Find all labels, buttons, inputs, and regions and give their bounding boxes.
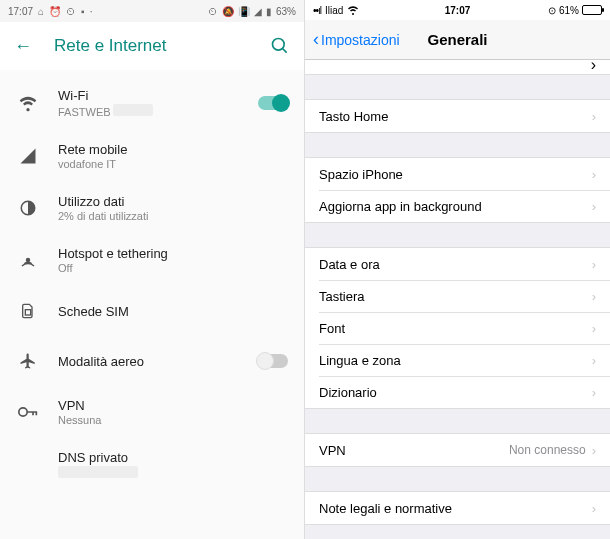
row-label: Lingua e zona (319, 353, 401, 368)
chevron-right-icon: › (592, 167, 596, 182)
android-header: ← Rete e Internet (0, 22, 304, 70)
airplane-icon (16, 352, 40, 370)
ios-nav-bar: ‹ Impostazioni Generali (305, 20, 610, 60)
item-title: DNS privato (58, 450, 288, 465)
alarm-icon: ⏲ (66, 6, 76, 17)
signal-icon: ◢ (254, 6, 262, 17)
home-icon: ⌂ (38, 6, 44, 17)
wifi-icon (16, 93, 40, 113)
more-icon: · (90, 6, 93, 17)
svg-line-1 (283, 49, 287, 53)
chevron-right-icon: › (592, 501, 596, 516)
item-subtitle: vodafone IT (58, 158, 288, 170)
row-label: Spazio iPhone (319, 167, 403, 182)
item-title: Utilizzo dati (58, 194, 288, 209)
svg-point-3 (27, 259, 30, 262)
chevron-right-icon: › (592, 109, 596, 124)
item-title: Wi-Fi (58, 88, 258, 103)
android-screen: 17:07 ⌂ ⏰ ⏲ ▪ · ⏲ 🔕 📳 ◢ ▮ 63% ← Rete e I… (0, 0, 305, 539)
item-hotspot[interactable]: Hotspot e tethering Off (0, 234, 304, 286)
row-label: Font (319, 321, 345, 336)
chevron-right-icon: › (592, 443, 596, 458)
item-subtitle: Nessuna (58, 414, 288, 426)
item-subtitle: Off (58, 262, 288, 274)
wifi-toggle[interactable] (258, 96, 288, 110)
square-icon: ▪ (81, 6, 85, 17)
row-label: Note legali e normative (319, 501, 452, 516)
row-dizionario[interactable]: Dizionario › (305, 376, 610, 408)
item-sim[interactable]: Schede SIM (0, 286, 304, 336)
row-tastiera[interactable]: Tastiera › (305, 280, 610, 312)
row-spazio-iphone[interactable]: Spazio iPhone › (305, 158, 610, 190)
item-subtitle: FASTWEB (58, 104, 258, 118)
item-subtitle (58, 466, 288, 480)
search-icon[interactable] (270, 36, 290, 56)
item-title: Hotspot e tethering (58, 246, 288, 261)
chevron-right-icon: › (592, 199, 596, 214)
signal-icon (16, 147, 40, 165)
airplane-toggle[interactable] (258, 354, 288, 368)
ios-settings-list: › Tasto Home › Spazio iPhone › Aggiorna … (305, 60, 610, 539)
item-title: Modalità aereo (58, 354, 258, 369)
row-label: Data e ora (319, 257, 380, 272)
row-tasto-home[interactable]: Tasto Home › (305, 100, 610, 132)
chevron-right-icon: › (592, 257, 596, 272)
row-label: Tasto Home (319, 109, 388, 124)
row-vpn[interactable]: VPN Non connesso › (305, 434, 610, 466)
item-mobile-network[interactable]: Rete mobile vodafone IT (0, 130, 304, 182)
item-wifi[interactable]: Wi-Fi FASTWEB (0, 76, 304, 130)
status-time: 17:07 (305, 5, 610, 16)
item-dns[interactable]: DNS privato (0, 438, 304, 492)
ios-status-bar: ••ıl Iliad 17:07 ⊙ 61% (305, 0, 610, 20)
alarm-icon: ⏲ (208, 6, 218, 17)
battery-icon (582, 5, 602, 15)
nav-title: Generali (305, 31, 610, 48)
item-vpn[interactable]: VPN Nessuna (0, 386, 304, 438)
svg-point-0 (273, 39, 285, 51)
chevron-right-icon: › (592, 321, 596, 336)
item-title: Rete mobile (58, 142, 288, 157)
chevron-right-icon: › (592, 385, 596, 400)
row-lingua-zona[interactable]: Lingua e zona › (305, 344, 610, 376)
row-data-ora[interactable]: Data e ora › (305, 248, 610, 280)
vpn-icon (16, 405, 40, 419)
svg-point-5 (19, 408, 27, 416)
ios-screen: ••ıl Iliad 17:07 ⊙ 61% ‹ Impostazioni Ge… (305, 0, 610, 539)
android-status-bar: 17:07 ⌂ ⏰ ⏲ ▪ · ⏲ 🔕 📳 ◢ ▮ 63% (0, 0, 304, 22)
alarm-icon: ⏰ (49, 6, 61, 17)
row-label: Dizionario (319, 385, 377, 400)
status-battery: 63% (276, 6, 296, 17)
battery-icon: ▮ (266, 6, 272, 17)
chevron-right-icon: › (592, 353, 596, 368)
row-note-legali[interactable]: Note legali e normative › (305, 492, 610, 524)
row-value: Non connesso (509, 443, 586, 457)
data-icon (16, 199, 40, 217)
hotspot-icon (16, 251, 40, 269)
vibrate-icon: 📳 (238, 6, 250, 17)
svg-rect-4 (25, 310, 30, 315)
back-arrow-icon[interactable]: ← (14, 36, 32, 57)
row-label: Tastiera (319, 289, 365, 304)
android-settings-list: Wi-Fi FASTWEB Rete mobile vodafone IT Ut… (0, 70, 304, 498)
header-title: Rete e Internet (54, 36, 166, 56)
row-label: VPN (319, 443, 346, 458)
row-font[interactable]: Font › (305, 312, 610, 344)
row-aggiorna-app[interactable]: Aggiorna app in background › (305, 190, 610, 222)
dnd-icon: 🔕 (222, 6, 234, 17)
item-subtitle: 2% di dati utilizzati (58, 210, 288, 222)
status-time: 17:07 (8, 6, 33, 17)
item-title: Schede SIM (58, 304, 288, 319)
item-airplane[interactable]: Modalità aereo (0, 336, 304, 386)
chevron-right-icon: › (592, 289, 596, 304)
sim-icon (16, 302, 40, 320)
item-data-usage[interactable]: Utilizzo dati 2% di dati utilizzati (0, 182, 304, 234)
item-title: VPN (58, 398, 288, 413)
row-label: Aggiorna app in background (319, 199, 482, 214)
